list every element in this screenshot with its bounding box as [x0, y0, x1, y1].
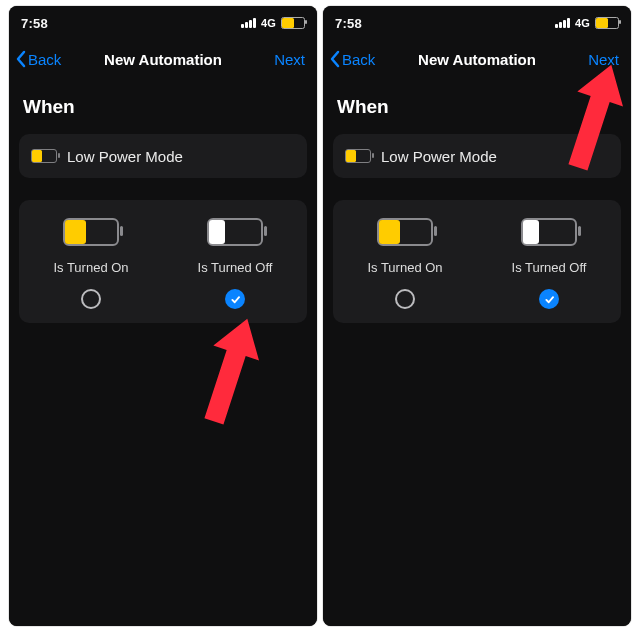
signal-icon [555, 18, 570, 28]
option-is-turned-on[interactable]: Is Turned On [19, 218, 163, 309]
option-off-radio[interactable] [225, 289, 245, 309]
battery-on-icon [63, 218, 119, 246]
phone-screenshot: 7:584GBackNew AutomationNextWhenLow Powe… [323, 6, 631, 626]
battery-off-icon [207, 218, 263, 246]
phone-screenshot: 7:584GBackNew AutomationNextWhenLow Powe… [9, 6, 317, 626]
section-heading-when: When [323, 78, 631, 128]
nav-bar: BackNew AutomationNext [323, 40, 631, 78]
checkmark-icon [230, 294, 241, 305]
trigger-card[interactable]: Low Power Mode [333, 134, 621, 178]
low-power-mode-icon [31, 149, 57, 163]
trigger-label: Low Power Mode [67, 148, 183, 165]
option-off-radio[interactable] [539, 289, 559, 309]
network-label: 4G [575, 17, 590, 29]
chevron-left-icon [329, 50, 340, 68]
section-heading-when: When [9, 78, 317, 128]
option-is-turned-off[interactable]: Is Turned Off [163, 218, 307, 309]
trigger-label: Low Power Mode [381, 148, 497, 165]
back-button[interactable]: Back [15, 40, 61, 78]
nav-title: New Automation [418, 51, 536, 68]
options-card: Is Turned OnIs Turned Off [19, 200, 307, 323]
back-label: Back [342, 51, 375, 68]
battery-status-icon [595, 17, 619, 29]
option-is-turned-on[interactable]: Is Turned On [333, 218, 477, 309]
battery-on-icon [377, 218, 433, 246]
chevron-left-icon [15, 50, 26, 68]
option-off-label: Is Turned Off [198, 260, 273, 275]
status-time: 7:58 [335, 16, 362, 31]
status-bar: 7:584G [323, 6, 631, 40]
nav-title: New Automation [104, 51, 222, 68]
battery-off-icon [521, 218, 577, 246]
status-time: 7:58 [21, 16, 48, 31]
battery-status-icon [281, 17, 305, 29]
nav-bar: BackNew AutomationNext [9, 40, 317, 78]
option-on-label: Is Turned On [367, 260, 442, 275]
next-button[interactable]: Next [588, 40, 619, 78]
option-on-radio[interactable] [81, 289, 101, 309]
next-label: Next [274, 51, 305, 68]
network-label: 4G [261, 17, 276, 29]
option-off-label: Is Turned Off [512, 260, 587, 275]
checkmark-icon [544, 294, 555, 305]
next-button[interactable]: Next [274, 40, 305, 78]
option-on-radio[interactable] [395, 289, 415, 309]
option-on-label: Is Turned On [53, 260, 128, 275]
back-label: Back [28, 51, 61, 68]
back-button[interactable]: Back [329, 40, 375, 78]
next-label: Next [588, 51, 619, 68]
options-card: Is Turned OnIs Turned Off [333, 200, 621, 323]
status-bar: 7:584G [9, 6, 317, 40]
low-power-mode-icon [345, 149, 371, 163]
trigger-card[interactable]: Low Power Mode [19, 134, 307, 178]
signal-icon [241, 18, 256, 28]
option-is-turned-off[interactable]: Is Turned Off [477, 218, 621, 309]
